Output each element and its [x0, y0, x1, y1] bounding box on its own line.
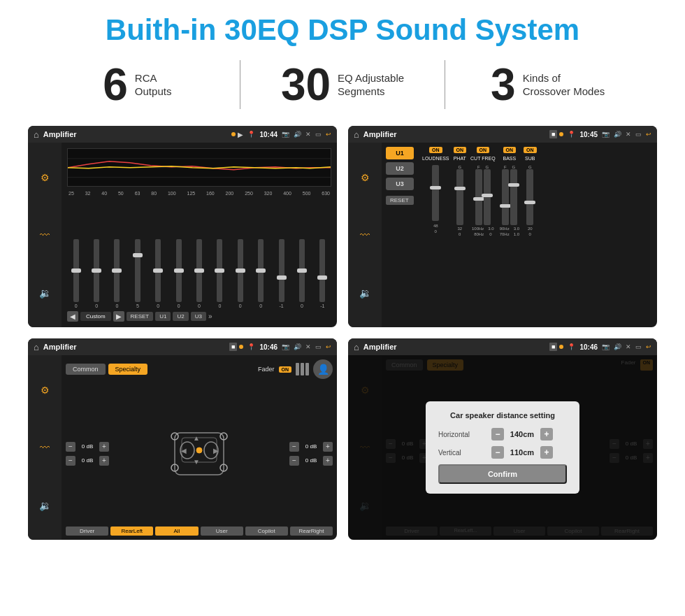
left-bottom-plus[interactable]: + — [99, 456, 109, 466]
u1-btn[interactable]: U1 — [155, 312, 171, 321]
eq-thumb-5[interactable] — [153, 268, 163, 273]
left-top-minus[interactable]: − — [66, 442, 75, 452]
eq-thumb-7[interactable] — [194, 268, 204, 273]
speaker-icon[interactable]: 🔉 — [39, 287, 51, 299]
eq-track-12[interactable] — [299, 239, 305, 302]
eq-icon-3[interactable]: ⚙ — [41, 385, 50, 396]
u3-btn[interactable]: U3 — [191, 312, 206, 321]
reset-btn[interactable]: RESET — [127, 312, 154, 321]
eq-thumb-12[interactable] — [297, 268, 307, 273]
all-btn[interactable]: All — [155, 527, 198, 536]
eq-thumb-1[interactable] — [71, 268, 81, 273]
preset-u3[interactable]: U3 — [386, 178, 414, 190]
eq-thumb-3[interactable] — [112, 268, 122, 273]
eq-track-9[interactable] — [238, 239, 243, 302]
eq-track-1[interactable] — [73, 239, 79, 302]
driver-btn[interactable]: Driver — [66, 527, 108, 536]
home-icon-4[interactable]: ⌂ — [354, 342, 359, 352]
left-top-plus[interactable]: + — [99, 442, 109, 452]
cutfreq-thumb2[interactable] — [482, 194, 493, 197]
cutfreq-on[interactable]: ON — [477, 147, 490, 153]
more-icon[interactable]: » — [208, 313, 212, 320]
home-icon-3[interactable]: ⌂ — [34, 342, 39, 352]
preset-u2[interactable]: U2 — [386, 162, 414, 175]
cutfreq-thumb1[interactable] — [473, 197, 484, 201]
fader-slider-3[interactable] — [305, 363, 309, 375]
fader-slider-2[interactable] — [301, 363, 304, 375]
bass-thumb2[interactable] — [508, 183, 519, 187]
amp-reset-btn[interactable]: RESET — [386, 196, 414, 205]
eq-thumb-2[interactable] — [92, 268, 101, 273]
bass-on[interactable]: ON — [503, 147, 517, 153]
cutfreq-track2[interactable] — [484, 169, 491, 225]
home-icon[interactable]: ⌂ — [34, 129, 39, 140]
copilot-btn[interactable]: Copilot — [245, 527, 288, 536]
horizontal-plus[interactable]: + — [540, 428, 553, 440]
right-bottom-plus[interactable]: + — [323, 456, 333, 466]
sub-thumb[interactable] — [524, 201, 535, 204]
eq-track-6[interactable] — [176, 239, 182, 302]
right-top-plus[interactable]: + — [323, 442, 333, 452]
sub-track[interactable] — [526, 169, 533, 225]
bass-track1[interactable] — [502, 169, 509, 225]
eq-thumb-8[interactable] — [215, 268, 224, 273]
eq-track-11[interactable] — [279, 239, 284, 302]
speaker-icon-3[interactable]: 🔉 — [39, 500, 51, 511]
wave-icon-2[interactable]: 〰 — [360, 229, 370, 241]
eq-thumb-9[interactable] — [236, 268, 245, 273]
phat-thumb[interactable] — [454, 187, 466, 190]
horizontal-minus[interactable]: − — [491, 428, 504, 440]
eq-track-8[interactable] — [217, 239, 222, 302]
loudness-track[interactable] — [432, 165, 439, 221]
back-icon-3[interactable]: ↩ — [326, 343, 331, 350]
loudness-thumb[interactable] — [430, 186, 441, 189]
fader-on-badge[interactable]: ON — [279, 366, 292, 373]
confirm-button[interactable]: Confirm — [438, 464, 567, 484]
wave-icon-3[interactable]: 〰 — [40, 442, 50, 453]
left-bottom-minus[interactable]: − — [66, 456, 75, 466]
eq-track-7[interactable] — [196, 239, 202, 302]
eq-track-10[interactable] — [258, 239, 264, 302]
right-bottom-minus[interactable]: − — [289, 456, 299, 466]
rearright-btn[interactable]: RearRight — [290, 527, 333, 536]
avatar-icon[interactable]: 👤 — [313, 359, 333, 379]
eq-track-2[interactable] — [94, 239, 99, 302]
eq-track-3[interactable] — [114, 239, 120, 302]
preset-u1[interactable]: U1 — [386, 147, 414, 159]
eq-track-4[interactable] — [135, 239, 140, 302]
vertical-minus[interactable]: − — [491, 446, 504, 459]
phat-track[interactable] — [456, 169, 463, 225]
back-icon[interactable]: ↩ — [326, 131, 331, 138]
next-arrow[interactable]: ▶ — [113, 311, 124, 322]
loudness-zero: 0 — [435, 229, 437, 234]
vertical-plus[interactable]: + — [540, 446, 553, 459]
eq-thumb-10[interactable] — [256, 268, 266, 273]
common-tab[interactable]: Common — [66, 364, 106, 375]
right-top-minus[interactable]: − — [289, 442, 299, 452]
eq-track-13[interactable] — [319, 239, 325, 302]
eq-thumb-6[interactable] — [174, 268, 184, 273]
eq-thumb-13[interactable] — [317, 275, 327, 280]
home-icon-2[interactable]: ⌂ — [354, 129, 359, 140]
eq-icon-2[interactable]: ⚙ — [361, 172, 370, 183]
u2-btn[interactable]: U2 — [173, 312, 188, 321]
specialty-tab[interactable]: Specialty — [108, 364, 148, 375]
user-btn[interactable]: User — [201, 527, 243, 536]
fader-slider-1[interactable] — [296, 363, 299, 375]
phat-on[interactable]: ON — [454, 147, 467, 153]
wave-icon[interactable]: 〰 — [40, 229, 50, 241]
bass-thumb1[interactable] — [500, 204, 511, 208]
back-icon-2[interactable]: ↩ — [646, 131, 651, 138]
loudness-on[interactable]: ON — [429, 147, 442, 153]
eq-icon[interactable]: ⚙ — [41, 172, 50, 183]
bass-track2[interactable] — [510, 169, 517, 225]
speaker-icon-2[interactable]: 🔉 — [359, 287, 371, 299]
eq-thumb-11[interactable] — [277, 275, 287, 280]
rearleft-btn[interactable]: RearLeft — [110, 527, 153, 536]
back-icon-4[interactable]: ↩ — [646, 343, 651, 350]
eq-thumb-4[interactable] — [133, 253, 143, 257]
eq-track-5[interactable] — [155, 239, 161, 302]
prev-arrow[interactable]: ◀ — [67, 311, 78, 322]
cutfreq-track1[interactable] — [475, 169, 482, 225]
sub-on[interactable]: ON — [524, 147, 537, 153]
